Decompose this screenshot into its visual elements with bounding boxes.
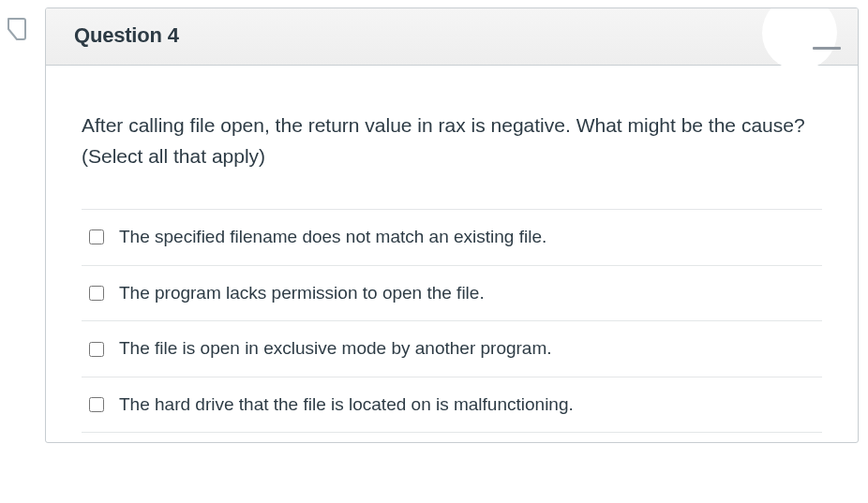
- question-header: Question 4: [46, 8, 858, 66]
- question-body: After calling file open, the return valu…: [46, 66, 858, 442]
- option-label: The hard drive that the file is located …: [119, 392, 574, 418]
- option-row: The program lacks permission to open the…: [82, 266, 822, 322]
- options-list: The specified filename does not match an…: [82, 209, 822, 433]
- option-checkbox-1[interactable]: [89, 286, 104, 301]
- question-card: Question 4 After calling file open, the …: [45, 7, 859, 443]
- option-checkbox-0[interactable]: [89, 229, 104, 244]
- option-label: The file is open in exclusive mode by an…: [119, 336, 552, 362]
- option-row: The hard drive that the file is located …: [82, 377, 822, 434]
- bookmark-icon: [7, 17, 27, 41]
- question-title: Question 4: [74, 23, 835, 48]
- header-badge: [762, 7, 837, 70]
- option-label: The program lacks permission to open the…: [119, 281, 485, 306]
- option-checkbox-2[interactable]: [89, 342, 104, 357]
- question-prompt: After calling file open, the return valu…: [82, 111, 822, 171]
- option-row: The specified filename does not match an…: [82, 210, 822, 266]
- option-label: The specified filename does not match an…: [119, 225, 546, 250]
- option-checkbox-3[interactable]: [89, 397, 104, 412]
- option-row: The file is open in exclusive mode by an…: [82, 321, 822, 377]
